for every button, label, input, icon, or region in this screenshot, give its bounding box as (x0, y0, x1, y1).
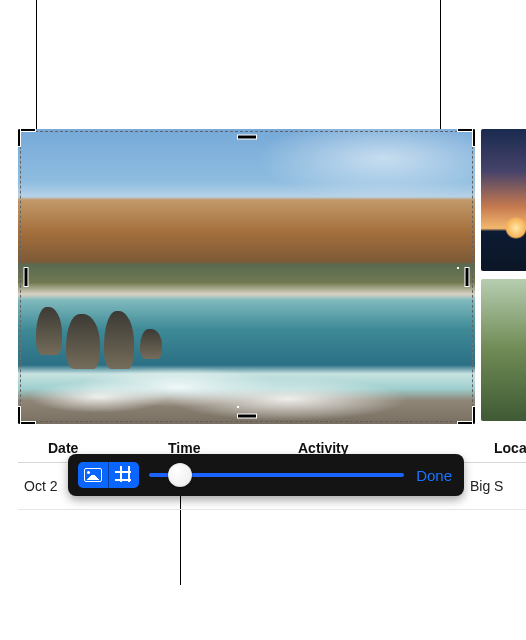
crop-handle-left[interactable] (18, 268, 35, 286)
crop-handle-top[interactable] (238, 129, 256, 146)
photo-icon (84, 468, 102, 482)
done-button[interactable]: Done (414, 467, 454, 484)
zoom-slider[interactable] (149, 462, 404, 488)
crop-handle-bottom[interactable] (238, 407, 256, 424)
crop-handle-bottom-left[interactable] (18, 407, 35, 424)
crop-handle-bottom-right[interactable] (458, 407, 475, 424)
crop-toolbar: Done (68, 454, 464, 496)
photo-main[interactable] (18, 129, 475, 424)
photo-main-art (18, 129, 475, 424)
photo-strip (18, 129, 526, 424)
photo-side-1[interactable] (481, 129, 526, 271)
crop-handle-top-right[interactable] (458, 129, 475, 146)
crop-handle-right[interactable] (458, 268, 475, 286)
crop-icon (117, 468, 131, 482)
crop-handle-top-left[interactable] (18, 129, 35, 146)
mode-segmented-control (78, 462, 139, 488)
photo-side-2[interactable] (481, 279, 526, 421)
zoom-slider-thumb[interactable] (168, 463, 192, 487)
callout-line-top-left (36, 0, 37, 133)
mode-crop-button[interactable] (108, 462, 139, 488)
mode-photo-button[interactable] (78, 462, 108, 488)
callout-line-top-right (440, 0, 441, 145)
